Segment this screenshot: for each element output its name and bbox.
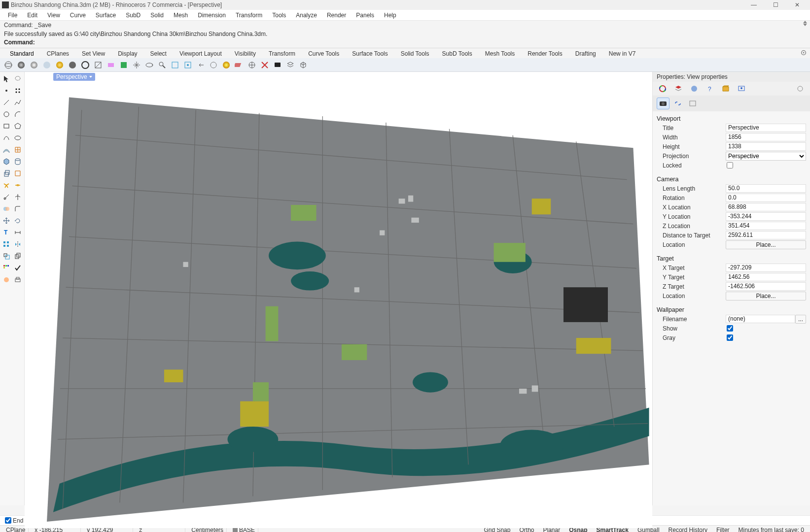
tab-cplanes[interactable]: CPlanes — [42, 49, 74, 58]
properties-tab-icon[interactable] — [657, 84, 669, 94]
projection-select[interactable]: Perspective — [726, 152, 806, 161]
rendered-icon[interactable] — [29, 60, 39, 70]
filename-browse-button[interactable]: ... — [795, 315, 806, 324]
tab-display[interactable]: Display — [113, 49, 142, 58]
redo-view-icon[interactable] — [208, 60, 219, 70]
pan-icon[interactable] — [131, 60, 142, 70]
ytarget-field[interactable]: 1462.56 — [726, 273, 806, 281]
rotation-field[interactable]: 0.0 — [726, 194, 806, 202]
set-view-icon[interactable] — [247, 60, 257, 70]
osnap-end[interactable]: End — [5, 517, 23, 524]
menu-solid[interactable]: Solid — [145, 11, 169, 20]
line-icon[interactable] — [1, 98, 11, 107]
xloc-field[interactable]: 68.898 — [726, 203, 806, 211]
pointer-icon[interactable] — [1, 74, 11, 84]
menu-render[interactable]: Render — [322, 11, 351, 20]
tab-drafting[interactable]: Drafting — [570, 49, 601, 58]
locked-checkbox[interactable] — [727, 162, 733, 168]
solid-icon[interactable] — [1, 157, 11, 166]
camera-sub-icon[interactable] — [657, 98, 669, 109]
menu-analyze[interactable]: Analyze — [291, 11, 322, 20]
rectangle-icon[interactable] — [1, 121, 11, 131]
dist-field[interactable]: 2592.611 — [726, 231, 806, 239]
rotate-view-icon[interactable] — [144, 60, 155, 70]
tab-transform[interactable]: Transform — [264, 49, 300, 58]
polyline-icon[interactable] — [13, 98, 23, 107]
xray-icon[interactable] — [54, 60, 65, 70]
tab-select[interactable]: Select — [145, 49, 172, 58]
menu-panels[interactable]: Panels — [351, 11, 379, 20]
menu-mesh[interactable]: Mesh — [169, 11, 193, 20]
move-icon[interactable] — [1, 216, 11, 226]
tab-set-view[interactable]: Set View — [77, 49, 110, 58]
artistic-icon[interactable] — [80, 60, 91, 70]
libraries-tab-icon[interactable] — [720, 84, 732, 94]
ztarget-field[interactable]: -1462.506 — [726, 282, 806, 291]
show-checkbox[interactable] — [727, 325, 733, 332]
tab-viewport-layout[interactable]: Viewport Layout — [175, 49, 227, 58]
link-sub-icon[interactable] — [671, 98, 684, 109]
curve-icon[interactable] — [1, 133, 11, 143]
viewport-title-field[interactable]: Perspective — [726, 124, 806, 132]
menu-dimension[interactable]: Dimension — [193, 11, 231, 20]
lens-field[interactable]: 50.0 — [726, 184, 806, 193]
viewport-height-field[interactable]: 1338 — [726, 142, 806, 151]
scale-icon[interactable] — [1, 251, 11, 261]
mesh-icon[interactable] — [13, 145, 23, 155]
polygon-icon[interactable] — [13, 121, 23, 131]
filename-field[interactable]: (none) — [726, 315, 795, 323]
shaded-icon[interactable] — [16, 60, 27, 70]
fillet-icon[interactable] — [13, 204, 23, 214]
layers-tab-icon[interactable] — [672, 84, 684, 94]
menu-edit[interactable]: Edit — [22, 11, 42, 20]
tab-render-tools[interactable]: Render Tools — [523, 49, 567, 58]
show-icon[interactable] — [272, 60, 283, 70]
extrude-icon[interactable] — [1, 168, 11, 178]
osnap-end-checkbox[interactable] — [5, 517, 11, 524]
menu-surface[interactable]: Surface — [91, 11, 121, 20]
maximize-button[interactable]: ☐ — [765, 0, 786, 9]
status-filter[interactable]: Filter — [713, 527, 733, 532]
command-input[interactable] — [37, 39, 806, 46]
points-icon[interactable] — [13, 86, 23, 96]
zoom-icon[interactable] — [157, 60, 168, 70]
undo-view-icon[interactable] — [195, 60, 206, 70]
xtarget-field[interactable]: -297.209 — [726, 264, 806, 272]
ellipse-icon[interactable] — [13, 133, 23, 143]
hide-icon[interactable] — [259, 60, 270, 70]
materials-tab-icon[interactable] — [688, 84, 700, 94]
status-record-history[interactable]: Record History — [666, 527, 710, 532]
pipe-icon[interactable] — [13, 157, 23, 166]
tab-curve-tools[interactable]: Curve Tools — [303, 49, 344, 58]
camera-place-button[interactable]: Place... — [726, 240, 806, 249]
command-prompt[interactable]: Command: — [0, 38, 810, 48]
raytraced-icon[interactable] — [118, 60, 129, 70]
mirror-icon[interactable] — [13, 239, 23, 249]
render-icon[interactable] — [1, 275, 11, 285]
pen-icon[interactable] — [93, 60, 104, 70]
lasso-icon[interactable] — [13, 74, 23, 84]
circle-icon[interactable] — [1, 109, 11, 119]
wireframe-icon[interactable] — [3, 60, 14, 70]
ghosted-icon[interactable] — [41, 60, 52, 70]
loft-icon[interactable] — [13, 168, 23, 178]
help-tab-icon[interactable]: ? — [704, 84, 716, 94]
arc-icon[interactable] — [13, 109, 23, 119]
zoom-selected-icon[interactable] — [182, 60, 193, 70]
surface-icon[interactable] — [1, 145, 11, 155]
gear-icon[interactable] — [800, 49, 807, 56]
arctic-icon[interactable] — [106, 60, 116, 70]
rotate-icon[interactable] — [13, 216, 23, 226]
box-icon[interactable] — [298, 60, 309, 70]
target-place-button[interactable]: Place... — [726, 292, 806, 300]
display-tab-icon[interactable] — [736, 84, 747, 94]
command-scroll[interactable] — [803, 21, 810, 38]
viewport-width-field[interactable]: 1856 — [726, 133, 806, 141]
menu-transform[interactable]: Transform — [231, 11, 267, 20]
explode-icon[interactable] — [1, 180, 11, 190]
menu-help[interactable]: Help — [379, 11, 401, 20]
tab-surface-tools[interactable]: Surface Tools — [347, 49, 393, 58]
tab-visibility[interactable]: Visibility — [230, 49, 261, 58]
array-icon[interactable] — [1, 239, 11, 249]
material-sub-icon[interactable] — [686, 98, 699, 109]
